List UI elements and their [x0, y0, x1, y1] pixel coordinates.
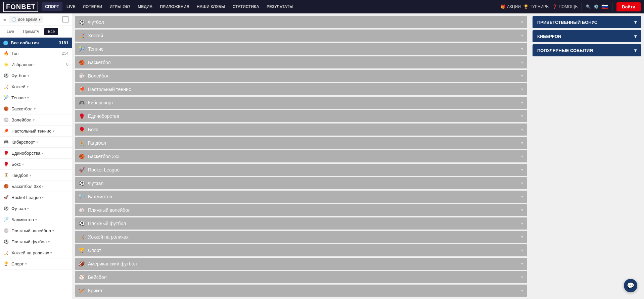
language-flag[interactable]: 🇷🇺 [601, 4, 608, 10]
beachvolley-icon: 🏐 [3, 228, 9, 233]
baseball-row-icon: ⚾ [79, 275, 85, 280]
sidebar-item-basketball3x3[interactable]: 🏀 Баскетбол 3x3 ▾ [0, 181, 72, 192]
sport-row-basketball[interactable]: 🏀 Баскетбол ▾ [75, 56, 527, 68]
chat-bubble[interactable]: 💬 [624, 279, 637, 292]
sport-row-basketball3x3[interactable]: 🏀 Баскетбол 3x3 ▾ [75, 150, 527, 162]
tab-live[interactable]: Live [3, 28, 17, 35]
nav-item-apps[interactable]: ПРИЛОЖЕНИЯ [156, 2, 193, 11]
tab-prematch[interactable]: Прематч [19, 28, 42, 35]
cricket-row-icon: 🏏 [79, 288, 85, 293]
sport-row-rollerhockey[interactable]: 🏒 Хоккей на роликах ▾ [75, 231, 527, 243]
help-icon: ❓ [552, 4, 557, 9]
tab-all[interactable]: Все [44, 28, 58, 35]
sport-row-americanfootball[interactable]: 🏈 Американский футбол ▾ [75, 258, 527, 270]
sport-row-mma[interactable]: 🥊 Единоборства ▾ [75, 110, 527, 122]
chevron-right-icon: ▾ [521, 127, 523, 132]
nav-item-media[interactable]: МЕДИА [134, 2, 156, 11]
sport-row-futsal[interactable]: ⚽ Футзал ▾ [75, 177, 527, 189]
chevron-right-icon: ▾ [521, 87, 523, 92]
chevron-right-icon: ▾ [521, 100, 523, 105]
sport-row-hockey[interactable]: 🏒 Хоккей ▾ [75, 30, 527, 42]
tabletennis-row-icon: 🏓 [79, 87, 85, 92]
sidebar-item-sport[interactable]: 🏆 Спорт ▾ [0, 258, 72, 269]
chevron-right-icon: ▾ [521, 60, 523, 65]
sport-row-sport[interactable]: 🏆 Спорт ▾ [75, 244, 527, 256]
chevron-down-icon: ▾ [42, 151, 43, 155]
top-navigation: FONBET СПОРТ LIVE ЛОТЕРЕИ ИГРЫ 24/7 МЕДИ… [0, 0, 644, 13]
nav-item-sport[interactable]: СПОРТ [42, 2, 62, 11]
sport-row-beachvolley[interactable]: 🏐 Пляжный волейбол ▾ [75, 204, 527, 216]
sidebar-item-volleyball[interactable]: 🏐 Волейбол ▾ [0, 114, 72, 126]
sidebar-item-badminton[interactable]: 🏸 Бадминтон ▾ [0, 214, 72, 225]
sidebar-item-handball[interactable]: 🤾 Гандбол ▾ [0, 170, 72, 181]
sport-row-volleyball[interactable]: 🏐 Волейбол ▾ [75, 70, 527, 82]
time-filter[interactable]: 🕐 Все время ▾ [9, 16, 43, 23]
sport-row-tabletennis[interactable]: 🏓 Настольный теннис ▾ [75, 83, 527, 95]
nav-item-lottery[interactable]: ЛОТЕРЕИ [80, 2, 106, 11]
chevron-right-icon: ▾ [521, 261, 523, 266]
tournaments-button[interactable]: 🏆 ТУРНИРЫ [523, 4, 550, 9]
settings-button[interactable]: ⚙️ [594, 4, 599, 9]
nav-item-live[interactable]: LIVE [63, 2, 79, 11]
sport-row-baseball[interactable]: ⚾ Бейсбол ▾ [75, 271, 527, 283]
sidebar-item-tabletennis[interactable]: 🏓 Настольный теннис ▾ [0, 126, 72, 137]
logo[interactable]: FONBET [3, 2, 38, 12]
sidebar-item-rocketleague[interactable]: 🚀 Rocket League ▾ [0, 192, 72, 203]
sport-row-tennis[interactable]: 🎾 Теннис ▾ [75, 43, 527, 55]
sidebar-item-football[interactable]: ⚽ Футбол ▾ [0, 70, 72, 81]
search-icon: 🔍 [586, 4, 591, 9]
sidebar-item-beachfootball[interactable]: ⚽ Пляжный футбол ▾ [0, 236, 72, 247]
sidebar-item-mma[interactable]: 🥊 Единоборства ▾ [0, 148, 72, 159]
chevron-down-icon: ▾ [48, 240, 50, 244]
chevron-right-icon: ▾ [521, 141, 523, 145]
nav-right: 🎁 АКЦИИ 🏆 ТУРНИРЫ ❓ ПОМОЩЬ 🔍 ⚙️ 🇷🇺 Войти [501, 2, 641, 11]
chevron-down-icon: ▾ [25, 262, 27, 266]
sport-row-handball[interactable]: 🤾 Гандбол ▾ [75, 137, 527, 149]
sport-row-rocketleague[interactable]: 🚀 Rocket League ▾ [75, 164, 527, 176]
sidebar-item-hockey[interactable]: 🏒 Хоккей ▾ [0, 81, 72, 92]
promo-panel-popular[interactable]: ПОПУЛЯРНЫЕ СОБЫТИЯ ▾ [533, 44, 641, 56]
sport-row-football[interactable]: ⚽ Футбол ▾ [75, 16, 527, 28]
search-button[interactable]: 🔍 [586, 4, 591, 9]
sport-row-boxing[interactable]: 🥊 Бокс ▾ [75, 123, 527, 136]
beachfootball-icon: ⚽ [3, 239, 9, 244]
basketball3x3-icon: 🏀 [3, 184, 9, 189]
sport-icon: 🏆 [3, 261, 9, 266]
sidebar-item-futsal[interactable]: ⚽ Футзал ▾ [0, 203, 72, 214]
chevron-down-icon: ▾ [30, 173, 31, 177]
all-events-item[interactable]: Все события 3181 [0, 38, 72, 48]
sidebar-item-beachvolley[interactable]: 🏐 Пляжный волейбол ▾ [0, 225, 72, 236]
esports-icon: 🎮 [3, 139, 9, 145]
promotions-button[interactable]: 🎁 АКЦИИ [501, 4, 521, 9]
chevron-down-icon: ▾ [34, 107, 36, 111]
sidebar-item-favorites[interactable]: ⭐ Избранное 0 [0, 59, 72, 70]
football-icon: ⚽ [3, 73, 9, 78]
tennis-row-icon: 🎾 [79, 46, 85, 52]
help-button[interactable]: ❓ ПОМОЩЬ [552, 4, 578, 9]
flame-icon: 🔥 [3, 51, 9, 56]
sport-row-cricket[interactable]: 🏏 Крикет ▾ [75, 285, 527, 297]
sport-row-badminton[interactable]: 🏸 Бадминтон ▾ [75, 191, 527, 203]
nav-item-stats[interactable]: СТАТИСТИКА [229, 2, 263, 11]
nav-item-clubs[interactable]: НАШИ КЛУБЫ [193, 2, 229, 11]
right-sidebar: ПРИВЕТСТВЕННЫЙ БОНУС ▾ КИБЕРFON ▾ ПОПУЛЯ… [530, 13, 644, 299]
view-toggle[interactable] [62, 16, 68, 22]
main-content: ⚽ Футбол ▾ 🏒 Хоккей ▾ 🎾 Теннис ▾ 🏀 Баске… [72, 13, 530, 299]
login-button[interactable]: Войти [616, 2, 641, 11]
star-icon: ⭐ [3, 62, 9, 67]
promo-panel-welcome[interactable]: ПРИВЕТСТВЕННЫЙ БОНУС ▾ [533, 16, 641, 28]
beachvolley-row-icon: 🏐 [79, 207, 85, 213]
sidebar-item-tennis[interactable]: 🎾 Теннис ▾ [0, 92, 72, 103]
sidebar-item-boxing[interactable]: 🥊 Бокс ▾ [0, 159, 72, 170]
sport-row-esports[interactable]: 🎮 Киберспорт ▾ [75, 97, 527, 109]
sport-row-beachfootball[interactable]: ⚽ Пляжный футбол ▾ [75, 217, 527, 230]
promo-panel-cyberfon[interactable]: КИБЕРFON ▾ [533, 30, 641, 42]
sidebar-item-rollerhockey[interactable]: 🏒 Хоккей на роликах ▾ [0, 247, 72, 258]
tennis-icon: 🎾 [3, 95, 9, 100]
sidebar-item-basketball[interactable]: 🏀 Баскетбол ▾ [0, 103, 72, 114]
filter-icon[interactable]: ≡ [3, 17, 6, 22]
sidebar-item-top[interactable]: 🔥 Топ 254 [0, 48, 72, 59]
nav-item-games[interactable]: ИГРЫ 24/7 [106, 2, 134, 11]
nav-item-results[interactable]: РЕЗУЛЬТАТЫ [263, 2, 297, 11]
sidebar-item-esports[interactable]: 🎮 Киберспорт ▾ [0, 137, 72, 148]
